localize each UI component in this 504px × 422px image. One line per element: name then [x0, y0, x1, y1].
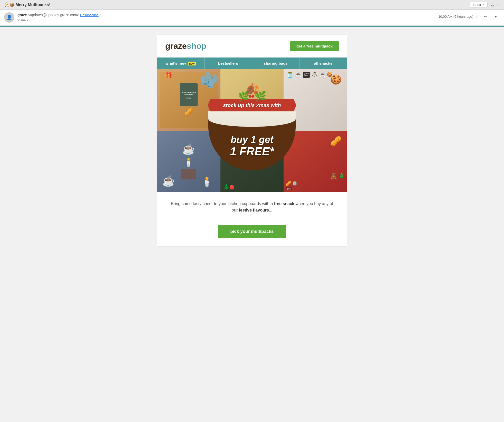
sender-details: graze <updates@updates.graze.com> Unsubs… [17, 12, 99, 23]
sender-line: graze <updates@updates.graze.com> Unsubs… [17, 12, 99, 18]
hero-overlay: 🌿 ● ● 🌿 stock up this xmas with [157, 69, 347, 192]
unsubscribe-link[interactable]: Unsubscribe [80, 13, 99, 17]
logo-text-teal: shop [187, 41, 206, 51]
new-badge: new [188, 62, 196, 65]
window-title: 🎅📦 Merry Multipacks! [4, 2, 467, 7]
email-logo-area: grazeshop get a free multipack [157, 35, 347, 57]
graze-logo: grazeshop [165, 41, 206, 51]
promo-text: buy 1 get 1 FREE* [230, 135, 274, 158]
reply-button[interactable]: ↩ [481, 12, 490, 21]
pick-multipacks-button[interactable]: pick your multipacks [218, 225, 286, 238]
toolbar-icons: 🖨 ↗ [491, 3, 500, 7]
free-multipack-button[interactable]: get a free multipack [290, 41, 339, 51]
email-meta: 10:00 AM (5 hours ago) ☆ ↩ ▾ [438, 12, 500, 21]
nav-tab-sharing-bags[interactable]: sharing bags [252, 57, 299, 69]
open-icon[interactable]: ↗ [497, 3, 500, 7]
sender-info: 👤 graze <updates@updates.graze.com> Unsu… [4, 12, 99, 23]
bold-free-snack: free snack [274, 202, 294, 206]
inbox-tab[interactable]: Inbox ✕ [470, 2, 488, 7]
email-body-text: Bring some tasty cheer to your kitchen c… [169, 200, 335, 214]
email-body-wrapper: grazeshop get a free multipack what's ne… [0, 27, 504, 254]
sender-name: graze [17, 13, 27, 17]
bold-festive-flavours: festive flavours [239, 208, 269, 212]
nav-tab-bestsellers[interactable]: bestsellers [205, 57, 252, 69]
to-me-line: to me ▾ [17, 18, 99, 23]
avatar: 👤 [4, 12, 14, 23]
sender-email: <updates@updates.graze.com> [28, 13, 79, 17]
email-header: 👤 graze <updates@updates.graze.com> Unsu… [0, 10, 504, 26]
title-bar: 🎅📦 Merry Multipacks! Inbox ✕ 🖨 ↗ [0, 0, 504, 10]
nav-tab-whats-new[interactable]: what's new new [157, 57, 205, 69]
hero-image: honey drizzled cashews graze 🥜 🧤 🎁 🍂 🍪 [157, 69, 347, 192]
email-text-section: Bring some tasty cheer to your kitchen c… [157, 192, 347, 246]
dropdown-arrow-icon[interactable]: ▾ [27, 18, 28, 22]
tab-close-icon[interactable]: ✕ [482, 3, 485, 6]
nav-tab-all-snacks[interactable]: all snacks [299, 57, 347, 69]
email-card: grazeshop get a free multipack what's ne… [157, 35, 347, 246]
print-icon[interactable]: 🖨 [491, 3, 494, 7]
star-icon[interactable]: ☆ [475, 14, 479, 19]
more-button[interactable]: ▾ [492, 12, 500, 21]
timestamp: 10:00 AM (5 hours ago) [438, 15, 473, 18]
tab-label: Inbox [473, 3, 481, 7]
avatar-icon: 👤 [6, 15, 12, 20]
pudding-shape: buy 1 get 1 FREE* [208, 111, 296, 170]
nav-tabs: what's new new bestsellers sharing bags … [157, 57, 347, 69]
logo-text-dark: graze [165, 41, 187, 51]
